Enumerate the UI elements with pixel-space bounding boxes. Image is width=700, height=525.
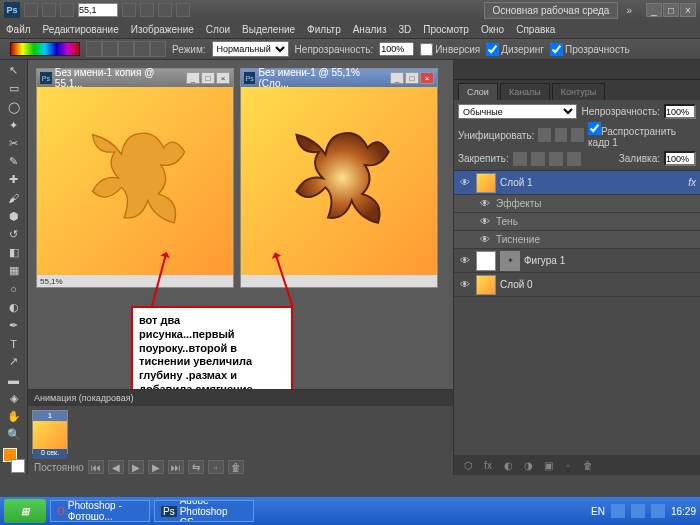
last-frame-icon[interactable]: ⏭ [168, 460, 184, 474]
tray-icon[interactable] [651, 504, 665, 518]
doc2-close-icon[interactable]: × [420, 72, 434, 84]
next-frame-icon[interactable]: ▶ [148, 460, 164, 474]
blend-mode-select[interactable]: Нормальный [212, 41, 289, 57]
blur-tool-icon[interactable]: ○ [3, 280, 25, 297]
pen-tool-icon[interactable]: ✒ [3, 317, 25, 334]
new-layer-icon[interactable]: ▫ [560, 458, 576, 472]
doc2-titlebar[interactable]: Ps Без имени-1 @ 55,1% (Сло... _□× [241, 69, 437, 87]
hand-icon[interactable] [122, 3, 136, 17]
zoom-level-input[interactable] [78, 3, 118, 17]
mb-icon[interactable] [42, 3, 56, 17]
layer-name[interactable]: Слой 1 [500, 177, 533, 188]
gradient-tool-icon[interactable]: ▦ [3, 262, 25, 279]
color-swatch[interactable] [3, 448, 25, 473]
adjustment-layer-icon[interactable]: ◑ [520, 458, 536, 472]
visibility-icon[interactable]: 👁 [458, 176, 472, 190]
fx-badge[interactable]: fx [688, 177, 696, 188]
opacity-input[interactable] [379, 42, 414, 56]
dodge-tool-icon[interactable]: ◐ [3, 299, 25, 316]
tray-icon[interactable] [631, 504, 645, 518]
layer-row[interactable]: 👁 Слой 1 fx [454, 171, 700, 195]
tab-paths[interactable]: Контуры [552, 83, 605, 100]
marquee-tool-icon[interactable]: ▭ [3, 80, 25, 97]
maximize-button[interactable]: □ [663, 3, 679, 17]
clock[interactable]: 16:29 [671, 506, 696, 517]
zoom-tool-icon[interactable]: 🔍 [3, 426, 25, 443]
reflected-gradient-icon[interactable] [134, 41, 150, 57]
menu-filter[interactable]: Фильтр [307, 24, 341, 35]
shape-tool-icon[interactable]: ▬ [3, 371, 25, 388]
wand-tool-icon[interactable]: ✦ [3, 117, 25, 134]
animation-panel-title[interactable]: Анимация (покадровая) [28, 390, 453, 406]
more-icon[interactable]: » [622, 5, 636, 16]
doc1-close-icon[interactable]: × [216, 72, 230, 84]
layer-thumbnail[interactable] [476, 275, 496, 295]
play-icon[interactable]: ▶ [128, 460, 144, 474]
rotate-icon[interactable] [140, 3, 154, 17]
crop-tool-icon[interactable]: ✂ [3, 135, 25, 152]
layer-thumbnail[interactable] [476, 173, 496, 193]
vector-mask-thumbnail[interactable]: ✦ [500, 251, 520, 271]
minimize-button[interactable]: _ [646, 3, 662, 17]
visibility-icon[interactable]: 👁 [458, 254, 472, 268]
menu-image[interactable]: Изображение [131, 24, 194, 35]
3d-tool-icon[interactable]: ◈ [3, 390, 25, 407]
unify-pos-icon[interactable] [538, 128, 551, 142]
stamp-tool-icon[interactable]: ⬢ [3, 208, 25, 225]
lock-pixels-icon[interactable] [531, 152, 545, 166]
lang-indicator[interactable]: EN [591, 506, 605, 517]
hand-tool-icon[interactable]: ✋ [3, 408, 25, 425]
radial-gradient-icon[interactable] [102, 41, 118, 57]
loop-select[interactable]: Постоянно [34, 462, 84, 473]
transparency-checkbox[interactable]: Прозрачность [550, 43, 630, 56]
first-frame-icon[interactable]: ⏮ [88, 460, 104, 474]
menu-window[interactable]: Окно [481, 24, 504, 35]
layer-mask-icon[interactable]: ◐ [500, 458, 516, 472]
menu-file[interactable]: Файл [6, 24, 31, 35]
gradient-picker[interactable] [10, 42, 80, 56]
close-button[interactable]: × [680, 3, 696, 17]
bridge-icon[interactable] [24, 3, 38, 17]
layer-effect-bevel[interactable]: 👁 Тиснение [454, 231, 700, 249]
visibility-icon[interactable]: 👁 [478, 215, 492, 229]
group-icon[interactable]: ▣ [540, 458, 556, 472]
layer-style-icon[interactable]: fx [480, 458, 496, 472]
lasso-tool-icon[interactable]: ◯ [3, 98, 25, 115]
delete-frame-icon[interactable]: 🗑 [228, 460, 244, 474]
layer-name[interactable]: Слой 0 [500, 279, 533, 290]
path-tool-icon[interactable]: ↗ [3, 353, 25, 370]
visibility-icon[interactable]: 👁 [478, 197, 492, 211]
layer-effects-row[interactable]: 👁 Эффекты [454, 195, 700, 213]
unify-vis-icon[interactable] [555, 128, 568, 142]
delete-layer-icon[interactable]: 🗑 [580, 458, 596, 472]
doc1-titlebar[interactable]: Ps Без имени-1 копия @ 55,1... _□× [37, 69, 233, 87]
layer-blend-select[interactable]: Обычные [458, 104, 577, 119]
tween-icon[interactable]: ⇆ [188, 460, 204, 474]
link-layers-icon[interactable]: ⬡ [460, 458, 476, 472]
menu-view[interactable]: Просмотр [423, 24, 469, 35]
arrange-icon[interactable] [158, 3, 172, 17]
diamond-gradient-icon[interactable] [150, 41, 166, 57]
layer-row[interactable]: 👁 Слой 0 [454, 273, 700, 297]
visibility-icon[interactable]: 👁 [458, 278, 472, 292]
lock-all-icon[interactable] [567, 152, 581, 166]
doc1-canvas[interactable] [37, 87, 233, 275]
frame-duration[interactable]: 0 сек. [33, 449, 67, 459]
history-brush-icon[interactable]: ↺ [3, 226, 25, 243]
type-tool-icon[interactable]: T [3, 335, 25, 352]
heal-tool-icon[interactable]: ✚ [3, 171, 25, 188]
eyedropper-tool-icon[interactable]: ✎ [3, 153, 25, 170]
menu-select[interactable]: Выделение [242, 24, 295, 35]
screen-mode-icon[interactable] [176, 3, 190, 17]
doc2-canvas[interactable] [241, 87, 437, 275]
brush-tool-icon[interactable]: 🖌 [3, 189, 25, 206]
invert-checkbox[interactable]: Инверсия [420, 43, 480, 56]
unify-style-icon[interactable] [571, 128, 584, 142]
eraser-tool-icon[interactable]: ◧ [3, 244, 25, 261]
lock-trans-icon[interactable] [513, 152, 527, 166]
layer-name[interactable]: Фигура 1 [524, 255, 565, 266]
layer-effect-shadow[interactable]: 👁 Тень [454, 213, 700, 231]
layer-thumbnail[interactable] [476, 251, 496, 271]
tray-icon[interactable] [611, 504, 625, 518]
layer-fill-input[interactable] [664, 151, 696, 166]
